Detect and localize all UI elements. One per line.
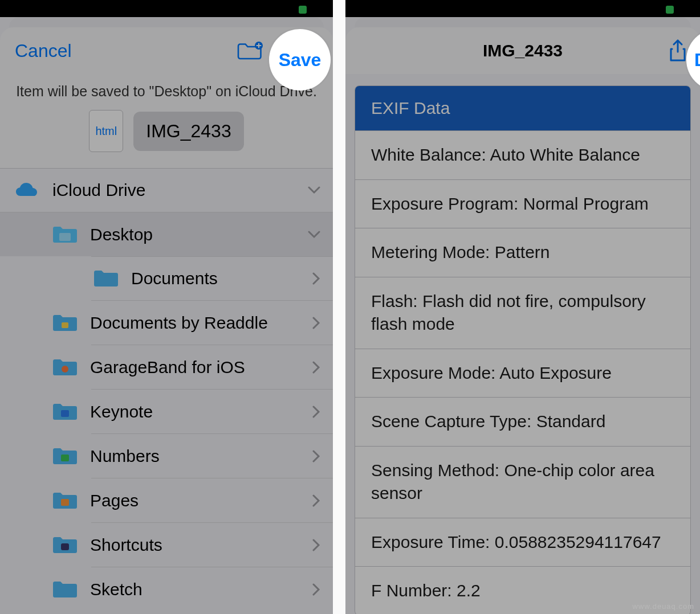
chevron-right-icon — [312, 317, 320, 329]
exif-container: EXIF Data White Balance: Auto White Bala… — [345, 74, 700, 614]
exif-cell: Exposure Time: 0.0588235294117647 — [355, 518, 690, 567]
chevron-right-icon — [312, 494, 320, 507]
exif-cell: White Balance: Auto White Balance — [355, 130, 690, 179]
exif-cell: Scene Capture Type: Standard — [355, 397, 690, 446]
folder-label: Sketch — [90, 580, 312, 599]
folder-icon — [50, 534, 80, 556]
folder-row[interactable]: Sketch — [0, 567, 333, 611]
exif-cell: Exposure Mode: Auto Exposure — [355, 349, 690, 398]
chevron-down-icon — [308, 231, 320, 239]
document-kind-label: html — [95, 125, 117, 138]
save-button[interactable]: Save — [279, 50, 321, 71]
save-highlight-circle: Save — [269, 29, 331, 91]
folder-label: GarageBand for iOS — [90, 358, 312, 377]
folder-icon — [50, 445, 80, 468]
chevron-down-icon — [308, 186, 320, 194]
cloud-icon — [13, 179, 42, 202]
pane-gap — [333, 0, 345, 614]
exif-pane: Done IMG_2433 EXIF Data White Balance: A… — [345, 0, 700, 614]
chevron-right-icon — [312, 406, 320, 418]
folder-icon — [91, 267, 121, 290]
svg-rect-4 — [61, 410, 69, 417]
folder-label: Desktop — [90, 225, 308, 244]
cancel-button[interactable]: Cancel — [13, 37, 74, 65]
new-folder-icon[interactable] — [237, 40, 263, 61]
done-button[interactable]: Done — [694, 50, 700, 71]
chevron-right-icon — [312, 539, 320, 551]
svg-rect-7 — [61, 543, 69, 550]
folder-label: Shortcuts — [90, 535, 312, 555]
folder-list: iCloud Drive Desktop Documents — [0, 169, 333, 611]
share-icon[interactable] — [668, 39, 687, 63]
folder-row[interactable]: Documents by Readdle — [0, 301, 333, 345]
chevron-right-icon — [312, 361, 320, 374]
recording-indicator-icon — [666, 6, 674, 14]
status-bar — [0, 0, 333, 17]
save-sheet-pane: Cancel Save Item will be saved to "Deskt… — [0, 0, 333, 614]
folder-label: Documents by Readdle — [90, 313, 312, 333]
filename-field[interactable]: IMG_2433 — [133, 112, 243, 151]
folder-icon — [50, 489, 80, 512]
folder-icon — [50, 400, 80, 423]
exif-header: EXIF Data — [355, 86, 690, 130]
svg-point-3 — [62, 366, 68, 373]
folder-icon — [50, 223, 80, 246]
filename-row: html IMG_2433 — [0, 110, 333, 169]
nav-bar: Done IMG_2433 — [345, 27, 700, 74]
exif-cell: Sensing Method: One-chip color area sens… — [355, 446, 690, 518]
folder-row[interactable]: GarageBand for iOS — [0, 345, 333, 389]
folder-row[interactable]: Shortcuts — [0, 523, 333, 567]
folder-icon — [50, 578, 80, 601]
folder-label: Numbers — [90, 447, 312, 466]
folder-label: iCloud Drive — [52, 181, 308, 200]
folder-row[interactable]: Numbers — [0, 434, 333, 478]
folder-row-desktop[interactable]: Desktop — [0, 212, 333, 256]
background-sheet — [9, 17, 324, 27]
exif-cell: Exposure Program: Normal Program — [355, 179, 690, 228]
folder-label: Keynote — [90, 402, 312, 421]
chevron-right-icon — [312, 583, 320, 596]
folder-row[interactable]: Documents — [91, 256, 333, 300]
background-sheet — [355, 17, 691, 27]
watermark: www.deuaq.com — [633, 602, 694, 611]
folder-label: Documents — [131, 269, 312, 288]
exif-cell: Flash: Flash did not fire, compulsory fl… — [355, 277, 690, 349]
folder-icon — [50, 356, 80, 379]
svg-rect-6 — [61, 499, 69, 506]
folder-icon — [50, 312, 80, 334]
svg-rect-1 — [59, 233, 71, 241]
folder-row-icloud-drive[interactable]: iCloud Drive — [0, 169, 333, 212]
folder-row[interactable]: Keynote — [0, 390, 333, 433]
svg-rect-2 — [62, 322, 68, 328]
exif-cell: Metering Mode: Pattern — [355, 228, 690, 277]
status-bar — [345, 0, 700, 17]
recording-indicator-icon — [299, 6, 307, 14]
document-thumb: html — [89, 110, 123, 152]
exif-table: EXIF Data White Balance: Auto White Bala… — [355, 85, 691, 614]
folder-row[interactable]: Pages — [0, 478, 333, 522]
chevron-right-icon — [312, 450, 320, 462]
svg-rect-5 — [61, 455, 69, 461]
folder-label: Pages — [90, 491, 312, 510]
chevron-right-icon — [312, 272, 320, 285]
